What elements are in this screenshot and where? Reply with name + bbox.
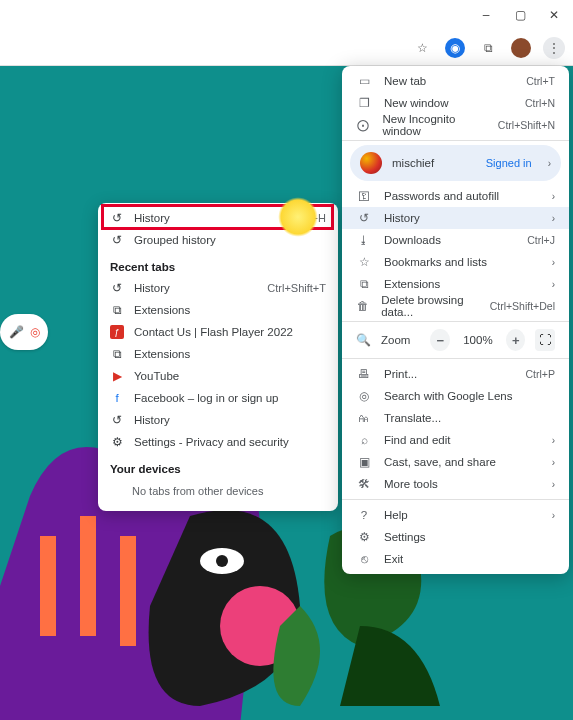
puzzle-icon: ⧉ — [110, 348, 124, 361]
recent-tab-item[interactable]: ↺ History — [98, 409, 338, 431]
minimize-button[interactable]: – — [469, 1, 503, 29]
zoom-label: Zoom — [381, 334, 410, 346]
chevron-right-icon: › — [552, 435, 555, 446]
browser-toolbar: ☆ ◉ ⧉ ⋮ — [0, 30, 573, 66]
cast-icon: ▣ — [356, 455, 372, 469]
voice-lens-widget[interactable]: 🎤 ◎ — [0, 314, 48, 350]
your-devices-heading: Your devices — [98, 453, 338, 479]
extensions-puzzle-icon[interactable]: ⧉ — [477, 37, 499, 59]
recent-tab-item[interactable]: ⧉ Extensions — [98, 343, 338, 365]
close-button[interactable]: ✕ — [537, 1, 571, 29]
chevron-right-icon: › — [552, 479, 555, 490]
menu-history[interactable]: ↺ History › — [342, 207, 569, 229]
incognito-icon: ⨀ — [356, 118, 370, 132]
submenu-history-shortcut: Ctrl+H — [295, 212, 326, 224]
mic-icon[interactable]: 🎤 — [9, 325, 24, 339]
flash-icon: ƒ — [110, 325, 124, 339]
menu-zoom-row: 🔍 Zoom − 100% + ⛶ — [342, 326, 569, 354]
recent-tabs-heading: Recent tabs — [98, 251, 338, 277]
menu-search-lens[interactable]: ◎ Search with Google Lens — [342, 385, 569, 407]
menu-cast-save-share[interactable]: ▣ Cast, save, and share › — [342, 451, 569, 473]
chevron-right-icon: › — [552, 457, 555, 468]
download-icon: ⭳ — [356, 234, 372, 246]
lens-icon[interactable]: ◎ — [30, 325, 40, 339]
zoom-icon: 🔍 — [356, 333, 371, 347]
chevron-right-icon: › — [548, 158, 551, 169]
zoom-out-button[interactable]: − — [430, 329, 450, 351]
svg-point-2 — [216, 555, 228, 567]
chevron-right-icon: › — [552, 510, 555, 521]
svg-rect-5 — [80, 516, 96, 636]
menu-profile-row[interactable]: mischief Signed in › — [350, 145, 561, 181]
submenu-history-item[interactable]: ↺ History Ctrl+H — [98, 207, 338, 229]
recent-tab-item[interactable]: ⧉ Extensions — [98, 299, 338, 321]
recent-tab-item[interactable]: ↺ History Ctrl+Shift+T — [98, 277, 338, 299]
star-icon: ☆ — [356, 255, 372, 269]
zoom-in-button[interactable]: + — [506, 329, 526, 351]
menu-new-window[interactable]: ❐ New window Ctrl+N — [342, 92, 569, 114]
menu-downloads[interactable]: ⭳ Downloads Ctrl+J — [342, 229, 569, 251]
profile-state: Signed in — [486, 157, 532, 169]
recent-tab-item[interactable]: ⚙ Settings - Privacy and security — [98, 431, 338, 453]
window-icon: ❐ — [356, 96, 372, 110]
menu-help[interactable]: ? Help › — [342, 504, 569, 526]
extension-icon-blue[interactable]: ◉ — [445, 38, 465, 58]
gear-icon: ⚙ — [110, 435, 124, 449]
history-icon: ↺ — [110, 281, 124, 295]
history-icon: ↺ — [110, 413, 124, 427]
menu-extensions[interactable]: ⧉ Extensions › — [342, 273, 569, 295]
puzzle-icon: ⧉ — [110, 304, 124, 317]
menu-translate[interactable]: 🗛 Translate... — [342, 407, 569, 429]
menu-separator — [342, 140, 569, 141]
tools-icon: 🛠 — [356, 478, 372, 490]
key-icon: ⚿ — [356, 190, 372, 202]
tab-icon: ▭ — [356, 74, 372, 88]
title-bar: – ▢ ✕ — [0, 0, 573, 30]
history-icon: ↺ — [356, 211, 372, 225]
menu-find-edit[interactable]: ⌕ Find and edit › — [342, 429, 569, 451]
svg-rect-4 — [40, 536, 56, 636]
exit-icon: ⎋ — [356, 553, 372, 565]
chevron-right-icon: › — [552, 279, 555, 290]
puzzle-icon: ⧉ — [356, 278, 372, 291]
chrome-main-menu: ▭ New tab Ctrl+T ❐ New window Ctrl+N ⨀ N… — [342, 66, 569, 574]
submenu-grouped-label: Grouped history — [134, 234, 216, 246]
kebab-menu-icon[interactable]: ⋮ — [543, 37, 565, 59]
facebook-icon: f — [110, 392, 124, 404]
translate-icon: 🗛 — [356, 412, 372, 424]
recent-tab-item[interactable]: ƒ Contact Us | Flash Player 2022 — [98, 321, 338, 343]
chevron-right-icon: › — [552, 257, 555, 268]
trash-icon: 🗑 — [356, 300, 369, 312]
history-icon: ↺ — [110, 211, 124, 225]
bookmark-star-icon[interactable]: ☆ — [411, 37, 433, 59]
lens-icon: ◎ — [356, 389, 372, 403]
no-tabs-text: No tabs from other devices — [98, 479, 338, 503]
help-icon: ? — [356, 509, 372, 521]
submenu-grouped-history-item[interactable]: ↺ Grouped history — [98, 229, 338, 251]
maximize-button[interactable]: ▢ — [503, 1, 537, 29]
svg-rect-6 — [120, 536, 136, 646]
menu-exit[interactable]: ⎋ Exit — [342, 548, 569, 570]
profile-name: mischief — [392, 157, 434, 169]
fullscreen-button[interactable]: ⛶ — [535, 329, 555, 351]
chevron-right-icon: › — [552, 191, 555, 202]
menu-new-tab[interactable]: ▭ New tab Ctrl+T — [342, 70, 569, 92]
chevron-right-icon: › — [552, 213, 555, 224]
profile-avatar-icon[interactable] — [511, 38, 531, 58]
menu-incognito[interactable]: ⨀ New Incognito window Ctrl+Shift+N — [342, 114, 569, 136]
history-icon: ↺ — [110, 233, 124, 247]
recent-tab-item[interactable]: ▶ YouTube — [98, 365, 338, 387]
avatar-icon — [360, 152, 382, 174]
menu-settings[interactable]: ⚙ Settings — [342, 526, 569, 548]
youtube-icon: ▶ — [110, 369, 124, 383]
print-icon: 🖶 — [356, 368, 372, 380]
history-submenu: ↺ History Ctrl+H ↺ Grouped history Recen… — [98, 203, 338, 511]
recent-tab-item[interactable]: f Facebook – log in or sign up — [98, 387, 338, 409]
menu-delete-browsing-data[interactable]: 🗑 Delete browsing data... Ctrl+Shift+Del — [342, 295, 569, 317]
menu-separator — [342, 321, 569, 322]
menu-separator — [342, 358, 569, 359]
menu-more-tools[interactable]: 🛠 More tools › — [342, 473, 569, 495]
menu-passwords[interactable]: ⚿ Passwords and autofill › — [342, 185, 569, 207]
menu-bookmarks[interactable]: ☆ Bookmarks and lists › — [342, 251, 569, 273]
menu-print[interactable]: 🖶 Print... Ctrl+P — [342, 363, 569, 385]
